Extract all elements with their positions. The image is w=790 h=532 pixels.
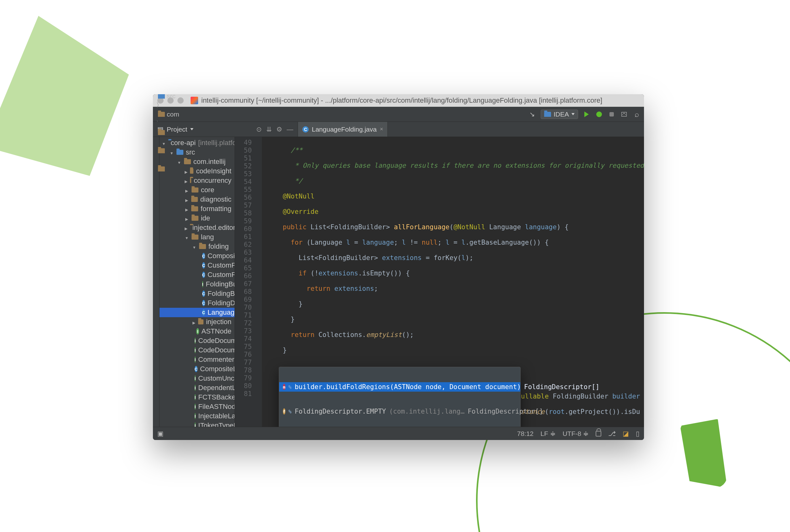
collapse-icon[interactable]: ⇊ [266, 126, 272, 133]
hide-icon[interactable]: — [287, 126, 293, 133]
tree-item[interactable]: CCustomFoldingBuilder [159, 261, 234, 270]
tree-item[interactable]: core-api [intellij.platform.core] [159, 138, 234, 148]
tree-item[interactable]: injection [159, 317, 234, 327]
tree-item[interactable]: IInjectableLanguage [159, 412, 234, 421]
tree-item-label: lang [201, 233, 214, 241]
window-title: intellij-community [~/intellij-community… [201, 96, 602, 104]
disclosure-triangle-icon[interactable] [185, 224, 188, 232]
tree-item[interactable]: IDependentLanguage [159, 383, 234, 393]
class-icon: C [202, 300, 205, 306]
tree-item[interactable]: ICodeDocumentationAwareCo [159, 345, 234, 355]
inspection-indicator-icon[interactable]: ◪ [623, 430, 629, 437]
line-number: 67 [235, 280, 252, 288]
tree-item[interactable]: com.intellij [159, 157, 234, 167]
folder-icon [190, 178, 191, 183]
file-encoding[interactable]: UTF-8 ≑ [563, 430, 589, 437]
line-number: 50 [235, 147, 252, 154]
run-config-selector[interactable]: IDEA [541, 110, 578, 119]
disclosure-triangle-icon[interactable] [185, 186, 189, 194]
tree-item[interactable]: IASTNode [159, 327, 234, 336]
disclosure-triangle-icon[interactable] [192, 318, 196, 326]
disclosure-triangle-icon[interactable] [177, 158, 181, 166]
tree-item[interactable]: lang [159, 232, 234, 242]
caret-position[interactable]: 78:12 [517, 430, 534, 437]
navigation-bar: intellij-community〉platform〉core-api〉src… [153, 107, 644, 122]
disclosure-triangle-icon[interactable] [185, 205, 189, 213]
git-icon[interactable]: ⮹ [620, 110, 628, 118]
tree-item-label: CodeDocumentationAwareCo [198, 337, 235, 345]
disclosure-triangle-icon[interactable] [185, 176, 188, 185]
disclosure-triangle-icon[interactable] [185, 167, 188, 175]
code-text: * Only queries base language results if … [291, 162, 644, 169]
tree-item[interactable]: ICommenter [159, 355, 234, 364]
tree-item[interactable]: CCompositeLanguage [159, 364, 234, 374]
tree-item[interactable]: CCustomFoldingProvider [159, 270, 234, 280]
tree-item[interactable]: ide [159, 213, 234, 223]
tree-item[interactable]: diagnostic [159, 195, 234, 204]
stop-button[interactable] [608, 110, 616, 118]
line-number: 74 [235, 335, 252, 343]
line-number: 63 [235, 249, 252, 256]
line-number: 52 [235, 163, 252, 170]
tree-item-label: codeInsight [196, 167, 231, 175]
search-icon[interactable]: ⌕ [633, 110, 641, 118]
completion-item[interactable]: m % builder.buildFoldRegions(ASTNode nod… [279, 382, 520, 392]
tree-item[interactable]: folding [159, 242, 234, 251]
tree-item[interactable]: CFoldingDescriptor [159, 298, 234, 308]
disclosure-triangle-icon[interactable] [185, 195, 189, 204]
project-tree[interactable]: core-api [intellij.platform.core]srccom.… [159, 137, 235, 427]
disclosure-triangle-icon[interactable] [185, 214, 189, 222]
tree-item-label: ASTNode [201, 327, 231, 336]
tree-item[interactable]: core [159, 185, 234, 195]
code-editor[interactable]: 4950515253545556575859606162636465666768… [235, 137, 644, 427]
tree-item[interactable]: src [159, 148, 234, 157]
disclosure-triangle-icon[interactable] [170, 148, 174, 156]
tree-item[interactable]: CFoldingBuilderEx [159, 289, 234, 298]
line-ending[interactable]: LF ≑ [540, 430, 556, 437]
disclosure-triangle-icon[interactable] [162, 139, 166, 147]
tree-item[interactable]: IITokenTypeRemapper [159, 421, 234, 427]
chevron-down-icon [572, 113, 575, 115]
memory-indicator-icon[interactable]: ▯ [636, 430, 640, 437]
tree-item[interactable]: IFCTSBackedLighterAST [159, 393, 234, 402]
editor-tab[interactable]: C LanguageFolding.java × [298, 122, 388, 137]
class-icon: C [202, 272, 205, 278]
run-button[interactable] [582, 110, 591, 118]
toolwindow-toggle-icon[interactable]: ▣ [157, 430, 163, 437]
project-tool-header[interactable]: ▤ Project ⊙ ⇊ ⚙ — [153, 122, 298, 137]
breadcrumb-item[interactable]: src [156, 94, 219, 101]
tree-item[interactable]: IFoldingBuilder [159, 280, 234, 289]
line-number: 51 [235, 154, 252, 163]
disclosure-triangle-icon[interactable] [185, 233, 189, 241]
git-branch-icon[interactable]: ⎇ [608, 430, 616, 437]
breadcrumb-label: com [167, 111, 179, 118]
code-text: /** [291, 146, 303, 154]
tree-item[interactable]: codeInsight [159, 167, 234, 176]
tree-item-label: core [201, 186, 214, 194]
tree-item[interactable]: CLanguageFolding [159, 308, 234, 317]
lock-icon[interactable] [596, 431, 601, 437]
tree-item[interactable]: ICodeDocumentationAwareCo [159, 336, 234, 345]
locate-icon[interactable]: ⊙ [256, 126, 262, 133]
completion-popup[interactable]: m % builder.buildFoldRegions(ASTNode nod… [279, 367, 521, 427]
gear-icon[interactable]: ⚙ [276, 126, 282, 133]
tree-item[interactable]: injected.editor [159, 223, 234, 232]
tree-item[interactable]: ICustomUncommenter [159, 374, 234, 383]
line-number: 81 [235, 390, 252, 398]
tree-item-label: src [186, 148, 195, 156]
tree-item-label: injection [206, 318, 231, 326]
tree-item[interactable]: CCompositeFoldingBuilder [159, 251, 234, 261]
tree-item[interactable]: concurrency [159, 176, 234, 185]
breadcrumb-item[interactable]: com [156, 110, 219, 119]
code-area[interactable]: /** * Only queries base language results… [262, 137, 644, 427]
line-number: 69 [235, 296, 252, 304]
tree-item[interactable]: IFileASTNode [159, 402, 234, 412]
toolwindow-stripe[interactable] [153, 137, 159, 427]
disclosure-triangle-icon[interactable] [192, 243, 196, 251]
tree-item[interactable]: formatting [159, 204, 234, 213]
build-icon[interactable]: ↘ [528, 110, 536, 118]
field-icon: f [283, 408, 285, 415]
completion-item[interactable]: f % FoldingDescriptor.EMPTY (com.intelli… [279, 407, 520, 416]
close-icon[interactable]: × [380, 126, 383, 133]
debug-button[interactable] [595, 110, 603, 118]
